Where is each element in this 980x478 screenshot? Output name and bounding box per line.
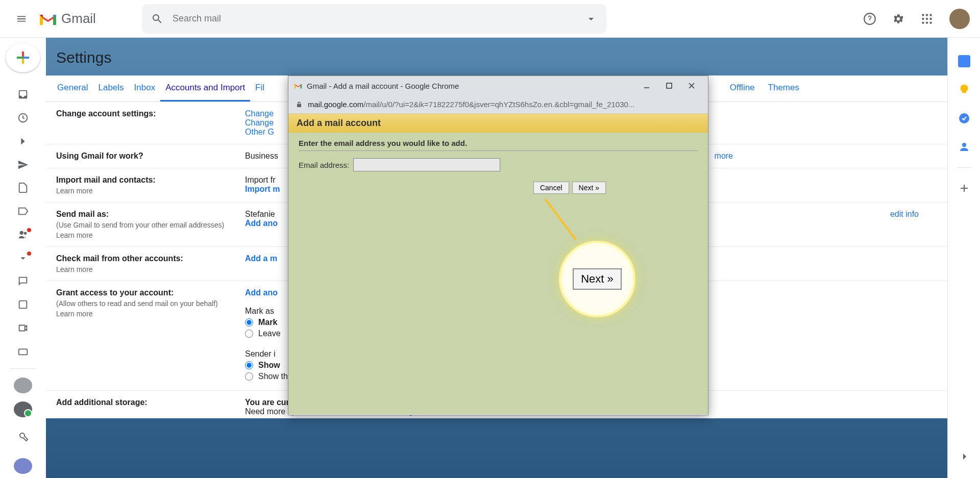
link-add-another-send-as[interactable]: Add ano — [245, 219, 278, 228]
addon-contacts[interactable] — [953, 136, 975, 158]
popup-titlebar[interactable]: Gmail - Add a mail account - Google Chro… — [288, 76, 708, 95]
search-icon — [151, 13, 163, 25]
calendar-icon — [958, 55, 970, 67]
tab-inbox[interactable]: Inbox — [129, 76, 161, 102]
link-more[interactable]: more — [715, 152, 733, 161]
email-input[interactable] — [353, 158, 500, 171]
side-panel-toggle[interactable] — [953, 445, 975, 468]
tab-labels[interactable]: Labels — [93, 76, 129, 102]
svg-point-16 — [962, 143, 966, 147]
radio-show1[interactable] — [245, 361, 253, 369]
search-options-icon[interactable] — [585, 13, 597, 25]
link-learn-grant[interactable]: Learn more — [56, 310, 245, 318]
left-sidebar — [0, 38, 46, 478]
maximize-button[interactable] — [658, 78, 680, 93]
hangout-avatar[interactable] — [14, 458, 32, 474]
support-button[interactable] — [859, 8, 881, 30]
close-button[interactable] — [680, 78, 703, 93]
svg-point-7 — [922, 21, 924, 23]
link-change-2[interactable]: Change — [245, 118, 274, 127]
label-import: Import mail and contacts: Learn more — [56, 175, 245, 195]
hangout-settings[interactable] — [12, 426, 34, 446]
addon-calendar[interactable] — [953, 50, 975, 72]
help-icon — [863, 12, 876, 26]
settings-button[interactable] — [887, 8, 910, 30]
wrench-icon — [17, 431, 29, 442]
text-business: Business — [245, 152, 278, 160]
svg-rect-18 — [297, 104, 301, 107]
link-add-mail-account[interactable]: Add a m — [245, 254, 277, 263]
gmail-favicon — [293, 81, 303, 90]
label-leave: Leave — [258, 329, 281, 338]
apps-grid-icon — [920, 12, 934, 26]
svg-point-3 — [929, 14, 932, 16]
text-sender: Sender i — [245, 349, 276, 358]
link-change-1[interactable]: Change — [245, 109, 274, 118]
addon-tasks[interactable] — [953, 107, 975, 130]
chevron-right-icon — [958, 450, 970, 463]
hamburger-icon — [16, 13, 27, 24]
gmail-logo-text: Gmail — [61, 11, 96, 27]
tab-accounts-import[interactable]: Accounts and Import — [160, 76, 250, 102]
next-button[interactable]: Next » — [572, 182, 606, 194]
hangout-status-1[interactable] — [14, 378, 32, 393]
radio-leave[interactable] — [245, 330, 253, 338]
callout-next-button: Next » — [573, 268, 622, 290]
url-host: mail.google.com — [308, 100, 363, 109]
radio-show2[interactable] — [245, 372, 253, 381]
nav-more[interactable] — [12, 248, 34, 268]
nav-categories[interactable] — [12, 202, 34, 221]
tab-themes[interactable]: Themes — [763, 76, 804, 102]
main-menu-button[interactable] — [10, 8, 33, 30]
label-storage: Add additional storage: — [56, 398, 245, 416]
minimize-button[interactable] — [635, 78, 658, 93]
radio-mark[interactable] — [245, 318, 253, 326]
nav-important[interactable] — [12, 132, 34, 151]
search-bar[interactable] — [142, 4, 606, 34]
nav-chat[interactable] — [12, 272, 34, 291]
nav-contacts[interactable] — [12, 225, 34, 244]
link-learn-check[interactable]: Learn more — [56, 265, 245, 273]
nav-sent[interactable] — [12, 155, 34, 174]
tab-filters[interactable]: Fil — [250, 76, 270, 102]
search-input[interactable] — [173, 13, 585, 24]
document-icon — [17, 182, 29, 193]
link-learn-send-as[interactable]: Learn more — [56, 231, 245, 239]
apps-button[interactable] — [916, 8, 938, 30]
tab-offline[interactable]: Offline — [725, 76, 760, 102]
hangout-status-2[interactable] — [14, 401, 32, 417]
video-icon — [17, 322, 29, 334]
link-other-google[interactable]: Other G — [245, 128, 274, 136]
header-right — [859, 8, 970, 30]
nav-spaces[interactable] — [12, 295, 34, 314]
close-icon — [688, 82, 695, 89]
nav-inbox[interactable] — [12, 85, 34, 104]
link-import-mail[interactable]: Import m — [245, 185, 280, 193]
link-add-another-grant[interactable]: Add ano — [245, 288, 278, 297]
label-icon — [17, 206, 29, 217]
popup-add-mail-account: Gmail - Add a mail account - Google Chro… — [288, 76, 708, 415]
addon-get[interactable] — [953, 177, 975, 199]
cancel-button[interactable]: Cancel — [533, 182, 569, 194]
addon-keep[interactable] — [953, 79, 975, 101]
label-show1: Show — [258, 361, 280, 370]
minimize-icon — [643, 82, 650, 89]
link-learn-import[interactable]: Learn more — [56, 187, 245, 195]
nav-keyboard[interactable] — [12, 342, 34, 361]
link-edit-info[interactable]: edit info — [890, 210, 919, 219]
gmail-logo[interactable]: Gmail — [38, 11, 96, 27]
tab-general[interactable]: General — [52, 76, 93, 102]
gmail-logo-icon — [38, 11, 58, 27]
nav-drafts[interactable] — [12, 178, 34, 197]
callout-highlight: Next » — [559, 241, 635, 317]
nav-snoozed[interactable] — [12, 108, 34, 128]
nav-meet[interactable] — [12, 318, 34, 338]
compose-button[interactable] — [6, 43, 40, 72]
compose-plus-icon — [13, 47, 33, 68]
text-mark-as: Mark as — [245, 307, 274, 315]
account-avatar[interactable] — [949, 9, 970, 29]
svg-point-9 — [929, 21, 932, 23]
label-send-as: Send mail as: (Use Gmail to send from yo… — [56, 210, 245, 239]
label-change-account: Change account settings: — [56, 109, 245, 137]
page-title: Settings — [46, 38, 947, 76]
